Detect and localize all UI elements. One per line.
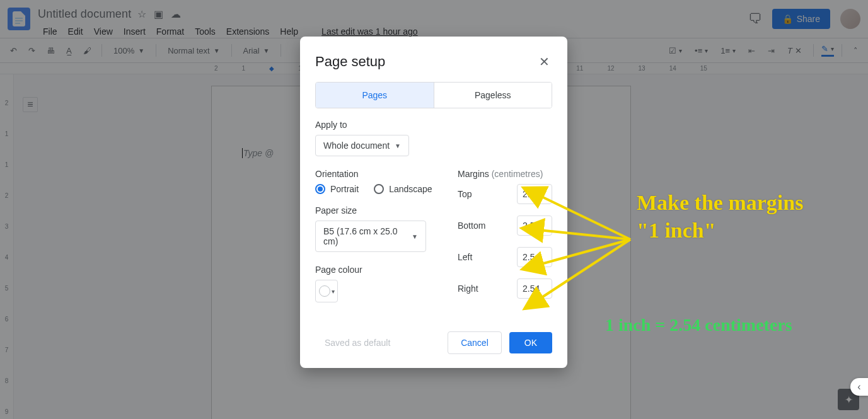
dialog-title: Page setup [315, 54, 385, 70]
orientation-portrait-radio[interactable]: Portrait [315, 184, 359, 194]
margin-bottom-input[interactable] [517, 215, 552, 236]
format-tabs: Pages Pageless [315, 82, 552, 108]
margin-left-label: Left [458, 252, 472, 262]
margin-top-label: Top [458, 189, 472, 199]
margin-bottom-label: Bottom [458, 221, 485, 231]
margins-label: Margins (centimetres) [458, 169, 552, 179]
margin-right-label: Right [458, 284, 478, 294]
chevron-down-icon: ▾ [332, 288, 335, 295]
apply-to-select[interactable]: Whole document▼ [315, 135, 409, 156]
paper-size-select[interactable]: B5 (17.6 cm x 25.0 cm)▼ [315, 221, 426, 252]
margin-right-input[interactable] [517, 278, 552, 299]
apply-to-label: Apply to [315, 120, 552, 130]
set-default-button[interactable]: Saved as default [315, 331, 400, 354]
tab-pageless[interactable]: Pageless [434, 83, 552, 108]
ok-button[interactable]: OK [509, 332, 552, 353]
chevron-down-icon: ▼ [395, 142, 401, 149]
page-colour-label: Page colour [315, 265, 435, 275]
page-setup-dialog: Page setup ✕ Pages Pageless Apply to Who… [300, 37, 567, 368]
page-colour-select[interactable]: ▾ [315, 280, 338, 302]
paper-size-label: Paper size [315, 205, 435, 215]
close-icon[interactable]: ✕ [536, 52, 552, 72]
side-panel-toggle-icon[interactable]: ‹ [850, 378, 868, 396]
margin-left-input[interactable] [517, 247, 552, 267]
margin-top-input[interactable] [517, 184, 552, 204]
chevron-down-icon: ▼ [412, 233, 418, 240]
cancel-button[interactable]: Cancel [448, 331, 502, 354]
tab-pages[interactable]: Pages [316, 83, 434, 108]
orientation-landscape-radio[interactable]: Landscape [374, 184, 432, 194]
orientation-label: Orientation [315, 169, 435, 179]
